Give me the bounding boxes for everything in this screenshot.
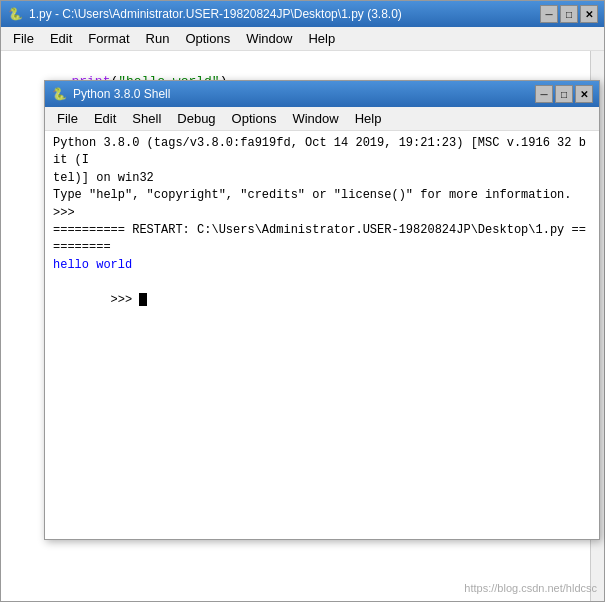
- shell-menu-window[interactable]: Window: [284, 109, 346, 128]
- shell-menu-options[interactable]: Options: [224, 109, 285, 128]
- shell-window-icon: 🐍: [51, 86, 67, 102]
- shell-minimize-button[interactable]: ─: [535, 85, 553, 103]
- shell-version-line1: Python 3.8.0 (tags/v3.8.0:fa919fd, Oct 1…: [53, 135, 591, 170]
- shell-title-buttons: ─ □ ✕: [535, 85, 593, 103]
- shell-version-line2: tel)] on win32: [53, 170, 591, 187]
- desktop-area: 🐍 1.py - C:\Users\Administrator.USER-198…: [0, 0, 605, 602]
- editor-minimize-button[interactable]: ─: [540, 5, 558, 23]
- editor-title-buttons: ─ □ ✕: [540, 5, 598, 23]
- editor-title-left: 🐍 1.py - C:\Users\Administrator.USER-198…: [7, 6, 402, 22]
- shell-cursor: [139, 293, 147, 306]
- shell-menu-edit[interactable]: Edit: [86, 109, 124, 128]
- shell-menu-file[interactable]: File: [49, 109, 86, 128]
- shell-help-line: Type "help", "copyright", "credits" or "…: [53, 187, 591, 204]
- shell-maximize-button[interactable]: □: [555, 85, 573, 103]
- shell-menu-debug[interactable]: Debug: [169, 109, 223, 128]
- shell-menu-bar: File Edit Shell Debug Options Window Hel…: [45, 107, 599, 131]
- editor-title-bar: 🐍 1.py - C:\Users\Administrator.USER-198…: [1, 1, 604, 27]
- shell-menu-shell[interactable]: Shell: [124, 109, 169, 128]
- editor-window-icon: 🐍: [7, 6, 23, 22]
- editor-maximize-button[interactable]: □: [560, 5, 578, 23]
- watermark-text: https://blog.csdn.net/hldcsc: [464, 582, 597, 594]
- editor-title-text: 1.py - C:\Users\Administrator.USER-19820…: [29, 7, 402, 21]
- editor-menu-options[interactable]: Options: [177, 29, 238, 48]
- shell-title-text: Python 3.8.0 Shell: [73, 87, 170, 101]
- python-shell-window: 🐍 Python 3.8.0 Shell ─ □ ✕ File Edit She…: [44, 80, 600, 540]
- shell-restart-line: ========== RESTART: C:\Users\Administrat…: [53, 222, 591, 257]
- editor-menu-run[interactable]: Run: [138, 29, 178, 48]
- shell-title-bar: 🐍 Python 3.8.0 Shell ─ □ ✕: [45, 81, 599, 107]
- editor-menu-edit[interactable]: Edit: [42, 29, 80, 48]
- shell-hello-output: hello world: [53, 257, 591, 274]
- shell-close-button[interactable]: ✕: [575, 85, 593, 103]
- editor-menu-help[interactable]: Help: [300, 29, 343, 48]
- editor-menu-format[interactable]: Format: [80, 29, 137, 48]
- shell-menu-help[interactable]: Help: [347, 109, 390, 128]
- editor-close-button[interactable]: ✕: [580, 5, 598, 23]
- shell-output-area[interactable]: Python 3.8.0 (tags/v3.8.0:fa919fd, Oct 1…: [45, 131, 599, 539]
- shell-initial-prompt: >>>: [53, 205, 591, 222]
- editor-menu-bar: File Edit Format Run Options Window Help: [1, 27, 604, 51]
- shell-final-prompt: >>>: [53, 274, 591, 326]
- prompt-text: >>>: [111, 293, 140, 307]
- shell-title-left: 🐍 Python 3.8.0 Shell: [51, 86, 170, 102]
- editor-menu-file[interactable]: File: [5, 29, 42, 48]
- editor-menu-window[interactable]: Window: [238, 29, 300, 48]
